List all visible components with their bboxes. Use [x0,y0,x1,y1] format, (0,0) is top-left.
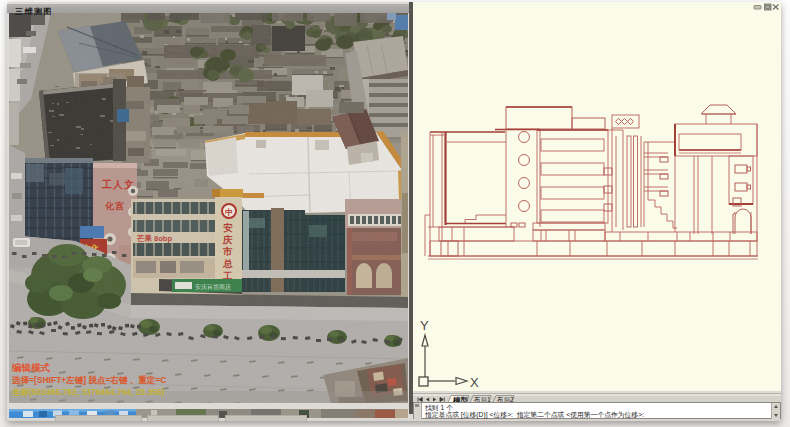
svg-text:X: X [470,375,479,390]
svg-text:Y: Y [420,318,429,333]
